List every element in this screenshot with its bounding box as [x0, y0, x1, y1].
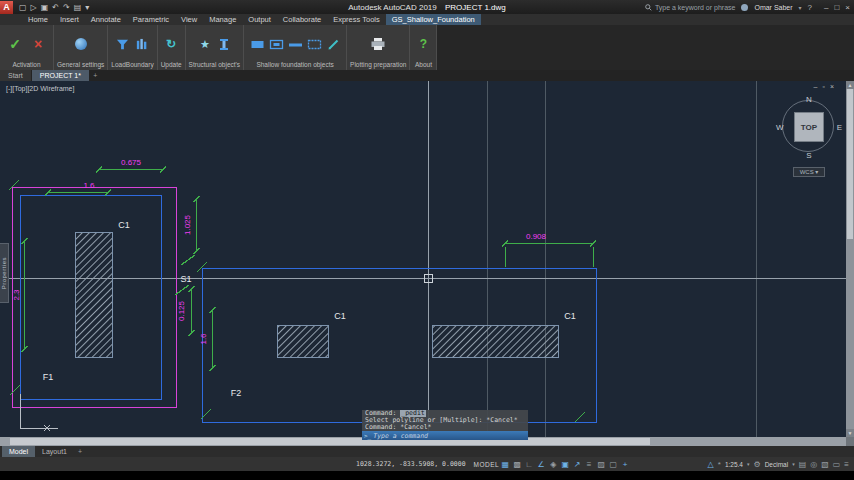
horizontal-scroll-thumb[interactable] [10, 438, 650, 445]
label-f1[interactable]: F1 [43, 372, 54, 382]
viewport-close-icon[interactable]: × [830, 83, 834, 90]
dimension-text-0125[interactable]: 0.125 [177, 300, 186, 321]
tab-model[interactable]: Model [2, 446, 35, 457]
workspace-gear-icon[interactable]: ⚙ [753, 460, 760, 469]
structural-star-button[interactable]: ★ [197, 30, 213, 58]
object-snap-tracking-icon[interactable]: ↗ [571, 460, 583, 469]
command-input-row[interactable]: >_ [362, 431, 528, 440]
ribbon-tab-home[interactable]: Home [22, 14, 54, 25]
user-avatar-icon[interactable] [741, 4, 748, 11]
viewcube-north[interactable]: N [806, 95, 812, 104]
dimension-text-0675[interactable]: 0.675 [121, 158, 142, 167]
scale-dropdown-icon[interactable]: ▾ [747, 461, 750, 467]
label-c1-left[interactable]: C1 [118, 220, 130, 230]
scroll-down-icon[interactable]: ▼ [846, 429, 854, 437]
column-c1-right-hatch[interactable] [432, 325, 558, 357]
deactivate-button[interactable]: × [28, 30, 48, 58]
snap-icon[interactable]: ▩ [511, 460, 523, 469]
ribbon-tab-annotate[interactable]: Annotate [85, 14, 127, 25]
units-dropdown-icon[interactable]: ▾ [792, 461, 795, 467]
lineweight-icon[interactable]: ≡ [583, 460, 595, 469]
isolated-footing-button[interactable] [249, 30, 265, 58]
load-filter-button[interactable] [115, 30, 131, 58]
update-button[interactable]: ↻ [163, 30, 179, 58]
ribbon-tab-output[interactable]: Output [242, 14, 277, 25]
viewport-minimize-icon[interactable]: – [814, 83, 818, 90]
customization-icon[interactable]: ≡ [844, 460, 849, 469]
quick-properties-icon[interactable]: ▤ [799, 460, 807, 469]
maximize-icon[interactable]: □ [834, 3, 839, 12]
label-s1-section-marker[interactable]: S1 [180, 274, 191, 284]
new-layout-button[interactable]: + [74, 446, 86, 457]
ortho-icon[interactable]: ∟ [523, 460, 535, 469]
ribbon-tab-insert[interactable]: Insert [54, 14, 85, 25]
dimension-text-16-f2[interactable]: 1.6 [199, 333, 208, 345]
command-line-window[interactable]: Command: _pedit Select polyline or [Mult… [362, 410, 528, 440]
ribbon-tab-express-tools[interactable]: Express Tools [327, 14, 386, 25]
minimize-icon[interactable]: – [824, 3, 828, 12]
column-c1-mid-hatch[interactable] [277, 325, 328, 357]
command-input[interactable] [373, 431, 528, 440]
autoscale-icon[interactable]: * [718, 460, 721, 469]
viewcube[interactable]: N S W E TOP [779, 97, 839, 157]
plotting-preparation-button[interactable] [368, 30, 388, 58]
model-space[interactable]: 0.675 1.6 1.025 2.3 0.125 0.908 1.6 C1 C… [0, 81, 846, 437]
scroll-up-icon[interactable]: ▲ [846, 81, 854, 89]
ribbon-tab-collaborate[interactable]: Collaborate [277, 14, 327, 25]
osnap-icon[interactable]: ▣ [559, 460, 571, 469]
viewcube-south[interactable]: S [806, 151, 811, 160]
file-tab-start[interactable]: Start [0, 70, 31, 81]
dynamic-input-icon[interactable]: + [619, 460, 631, 469]
wcs-dropdown[interactable]: WCS ▾ [793, 167, 825, 177]
close-icon[interactable]: × [845, 3, 850, 12]
model-space-button[interactable]: MODEL [474, 461, 500, 468]
edit-footing-button[interactable] [325, 30, 341, 58]
qat-dropdown-icon[interactable]: ▾ [85, 3, 89, 12]
ribbon-tab-parametric[interactable]: Parametric [127, 14, 175, 25]
transparency-icon[interactable]: ▨ [595, 460, 607, 469]
grid-icon[interactable]: ▦ [499, 460, 511, 469]
dimension-text-1025[interactable]: 1.025 [183, 214, 192, 235]
combined-footing-button[interactable] [268, 30, 284, 58]
new-file-icon[interactable]: ▢ [19, 3, 27, 12]
dimension-text-23[interactable]: 2.3 [12, 289, 21, 301]
ribbon-tab-gs-shallow-foundation[interactable]: GS_Shallow_Foundation [386, 14, 481, 25]
viewcube-top-face[interactable]: TOP [794, 112, 824, 142]
redo-icon[interactable]: ↷ [63, 3, 70, 12]
label-c1-mid[interactable]: C1 [334, 311, 346, 321]
open-file-icon[interactable]: ▷ [31, 3, 37, 12]
isodraft-icon[interactable]: ◈ [547, 460, 559, 469]
column-c1-left-hatch[interactable] [75, 232, 112, 357]
activate-button[interactable]: ✓ [5, 30, 25, 58]
vertical-scroll-thumb[interactable] [847, 89, 853, 239]
units-button[interactable]: Decimal [765, 461, 788, 468]
viewport-controls-label[interactable]: [-][Top][2D Wireframe] [6, 85, 74, 92]
ribbon-tab-manage[interactable]: Manage [203, 14, 242, 25]
label-f2[interactable]: F2 [231, 388, 242, 398]
ribbon-tab-view[interactable]: View [175, 14, 203, 25]
label-c1-right[interactable]: C1 [564, 311, 576, 321]
strip-footing-button[interactable] [287, 30, 303, 58]
plot-icon[interactable]: ▤ [74, 3, 82, 12]
annotation-scale-button[interactable]: 1:25.4 [725, 461, 743, 468]
general-settings-button[interactable] [71, 30, 91, 58]
polar-tracking-icon[interactable]: ∠ [535, 460, 547, 469]
help-icon[interactable]: ? [808, 3, 812, 12]
about-button[interactable]: ? [415, 30, 431, 58]
mat-foundation-button[interactable] [306, 30, 322, 58]
viewcube-east[interactable]: E [837, 123, 842, 132]
clean-screen-icon[interactable]: ▭ [833, 460, 841, 469]
save-file-icon[interactable]: ▣ [41, 3, 49, 12]
load-columns-button[interactable] [134, 30, 150, 58]
structural-column-button[interactable] [216, 30, 232, 58]
vertical-scrollbar[interactable]: ▲ ▼ [846, 81, 854, 437]
isolate-objects-icon[interactable]: ◎ [810, 460, 817, 469]
file-tab-project1[interactable]: PROJECT 1* [32, 70, 89, 81]
signed-in-user[interactable]: Omar Saber [754, 4, 792, 11]
user-dropdown-icon[interactable]: ▾ [799, 4, 802, 11]
infocenter-search[interactable]: Type a keyword or phrase [645, 4, 736, 11]
properties-palette-tab[interactable]: Properties [0, 243, 9, 303]
selection-cycling-icon[interactable]: ▢ [607, 460, 619, 469]
dimension-text-0908[interactable]: 0.908 [526, 232, 547, 241]
viewport-restore-icon[interactable]: ▫ [822, 83, 824, 90]
